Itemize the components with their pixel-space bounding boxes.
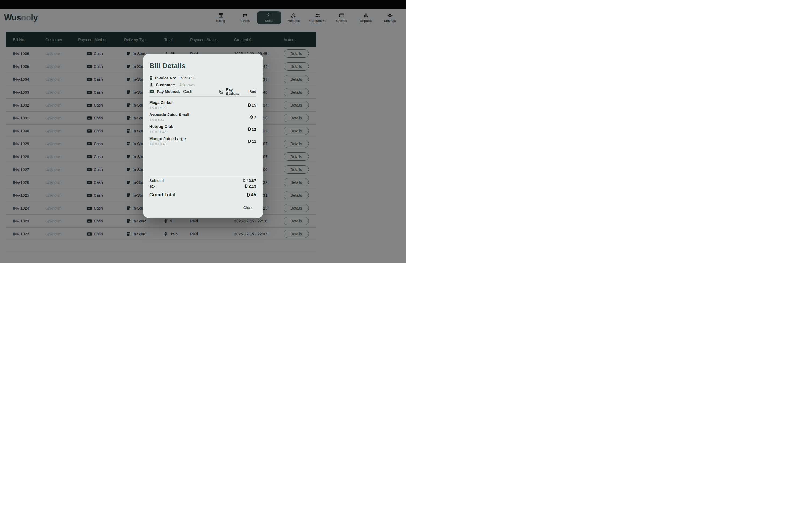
- subtotal-value: 42.87: [243, 178, 256, 183]
- invoice-label: Invoice No:: [155, 76, 176, 80]
- pay-method-label: Pay Method:: [157, 89, 180, 94]
- item-name: Hotdog Club: [149, 124, 256, 129]
- bill-item: Avocado Juice Small1.0 x 6.677: [149, 112, 256, 122]
- item-qty: 1.0 x 14.29: [149, 105, 256, 110]
- tax-row: Tax 2.13: [149, 183, 256, 189]
- bill-details-modal: Bill Details Invoice No: INV-1036 Custom…: [143, 54, 263, 218]
- bill-item: Mega Zinker1.0 x 14.2915: [149, 100, 256, 110]
- item-price: 11: [248, 139, 256, 144]
- item-name: Avocado Juice Small: [149, 112, 256, 117]
- grand-total-label: Grand Total: [149, 192, 175, 198]
- bill-info: Invoice No: INV-1036 Customer: Unknown 1…: [149, 75, 256, 94]
- item-price: 15: [248, 103, 256, 107]
- customer-label: Customer:: [156, 82, 175, 87]
- currency-icon: [248, 103, 251, 107]
- bill-items-list: Mega Zinker1.0 x 14.2915Avocado Juice Sm…: [149, 100, 256, 146]
- modal-title: Bill Details: [149, 62, 256, 70]
- user-icon: [149, 83, 153, 87]
- coin-card-icon: [219, 89, 223, 94]
- customer-value: Unknown: [178, 82, 195, 87]
- modal-footer: Close: [149, 205, 256, 210]
- banknote-icon: 100: [149, 90, 155, 93]
- item-qty: 1.0 x 11.43: [149, 130, 256, 134]
- pay-row: 100 Pay Method: Cash Pay Status: Paid: [149, 89, 256, 94]
- item-qty: 1.0 x 10.48: [149, 142, 256, 146]
- app-screen: Wusooly Billing Tables Sales Products Cu…: [0, 0, 406, 264]
- currency-icon: [250, 115, 253, 119]
- item-qty: 1.0 x 6.67: [149, 118, 256, 122]
- item-price: 7: [250, 115, 256, 119]
- tax-label: Tax: [149, 184, 156, 189]
- invoice-value: INV-1036: [179, 76, 195, 80]
- customer-row: Customer: Unknown: [149, 82, 256, 88]
- pay-status-value: Paid: [248, 89, 256, 94]
- grand-total-row: Grand Total 45: [149, 192, 256, 198]
- subtotal-label: Subtotal: [149, 178, 163, 183]
- invoice-row: Invoice No: INV-1036: [149, 75, 256, 81]
- item-price: 12: [248, 127, 256, 132]
- svg-text:100: 100: [151, 91, 153, 92]
- pay-method-value: Cash: [183, 89, 192, 94]
- pay-status-group: Pay Status: Paid: [219, 89, 256, 94]
- subtotal-row: Subtotal 42.87: [149, 178, 256, 183]
- item-name: Mega Zinker: [149, 100, 256, 105]
- currency-icon: [245, 184, 247, 188]
- currency-icon: [243, 179, 245, 182]
- pay-status-label: Pay Status:: [226, 87, 245, 96]
- bill-item: Mango Juice Large1.0 x 10.4811: [149, 136, 256, 146]
- tax-value: 2.13: [245, 184, 256, 189]
- grand-total-value: 45: [246, 192, 256, 198]
- receipt-icon: [149, 76, 153, 80]
- item-name: Mango Juice Large: [149, 136, 256, 141]
- currency-icon: [246, 193, 250, 197]
- currency-icon: [248, 139, 251, 143]
- currency-icon: [248, 127, 251, 131]
- bill-item: Hotdog Club1.0 x 11.4312: [149, 124, 256, 134]
- close-button[interactable]: Close: [243, 205, 253, 210]
